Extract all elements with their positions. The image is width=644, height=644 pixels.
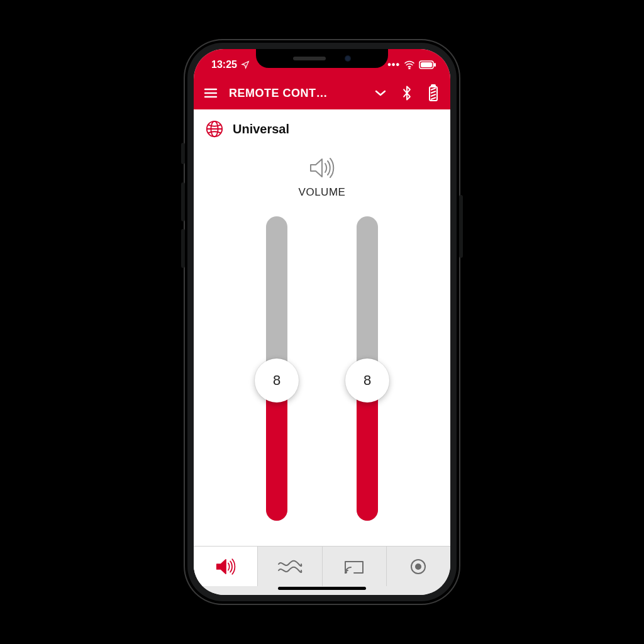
slider-thumb[interactable]: 8: [345, 358, 389, 402]
program-dropdown-button[interactable]: [372, 86, 389, 101]
volume-slider-left[interactable]: 8: [263, 216, 291, 521]
phone-side-button: [181, 182, 185, 221]
program-row[interactable]: Universal: [194, 109, 450, 149]
svg-rect-3: [421, 62, 432, 67]
bluetooth-button[interactable]: [399, 85, 415, 101]
tab-tinnitus[interactable]: [387, 546, 450, 586]
slider-value: 8: [273, 372, 280, 389]
volume-sliders: 8 8: [194, 199, 450, 546]
globe-icon: [205, 119, 224, 138]
bluetooth-icon: [400, 85, 414, 101]
phone-side-button: [459, 195, 463, 258]
volume-icon: [214, 557, 237, 576]
home-indicator[interactable]: [278, 587, 366, 590]
wave-icon: [277, 558, 303, 575]
tab-streaming[interactable]: [323, 546, 387, 586]
hamburger-icon: [203, 86, 218, 101]
svg-line-11: [431, 94, 436, 96]
status-time: 13:25: [211, 59, 237, 70]
slider-track: 8: [357, 216, 378, 521]
menu-button[interactable]: [203, 86, 219, 101]
app-header: REMOTE CONT…: [194, 77, 450, 109]
phone-frame: 13:25 •••: [184, 39, 460, 605]
tab-sound-balance[interactable]: [258, 546, 322, 586]
phone-side-button: [181, 229, 185, 268]
wifi-icon: [404, 60, 415, 69]
device-battery-icon: [428, 84, 439, 102]
phone-screen: 13:25 •••: [194, 49, 450, 595]
phone-side-button: [181, 143, 185, 164]
program-name: Universal: [233, 122, 289, 136]
volume-panel: VOLUME 8 8: [194, 148, 450, 546]
svg-rect-8: [431, 85, 435, 87]
cast-icon: [343, 558, 365, 575]
svg-point-16: [345, 571, 347, 574]
volume-icon: [308, 156, 336, 180]
status-left: 13:25: [211, 59, 250, 70]
battery-icon: [419, 60, 436, 69]
volume-slider-right[interactable]: 8: [353, 216, 381, 521]
svg-rect-2: [434, 63, 436, 67]
status-right: •••: [387, 59, 436, 70]
svg-point-18: [416, 564, 421, 569]
svg-line-9: [431, 88, 436, 90]
slider-thumb[interactable]: 8: [255, 358, 299, 402]
svg-line-10: [431, 91, 436, 93]
slider-track: 8: [266, 216, 287, 521]
svg-point-0: [409, 68, 410, 69]
volume-section-icon-wrap: [308, 156, 336, 182]
tab-volume[interactable]: [194, 546, 258, 586]
phone-notch: [256, 49, 388, 68]
volume-label: VOLUME: [299, 186, 346, 199]
more-status-icon: •••: [387, 59, 400, 70]
svg-line-12: [431, 97, 436, 99]
device-battery-button[interactable]: [425, 84, 441, 102]
chevron-down-icon: [372, 86, 389, 101]
slider-value: 8: [364, 372, 371, 389]
location-icon: [241, 60, 250, 69]
target-icon: [409, 557, 428, 576]
header-title: REMOTE CONT…: [229, 87, 362, 100]
